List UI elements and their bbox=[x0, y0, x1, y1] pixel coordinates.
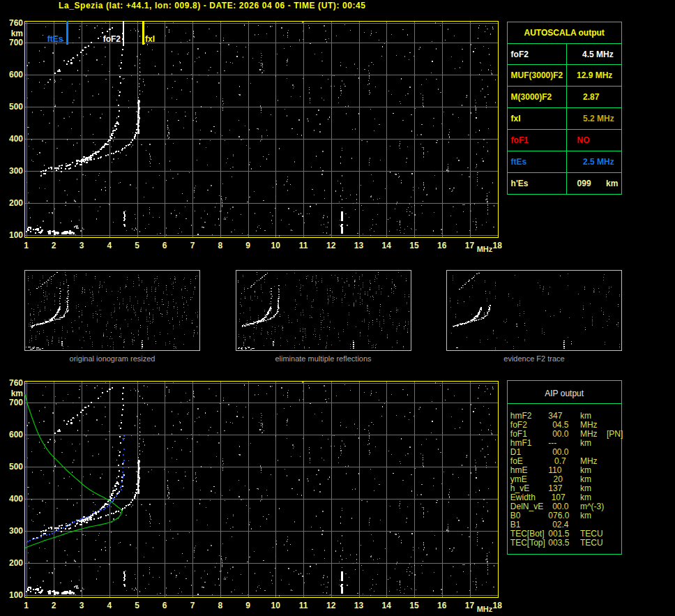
svg-text:5: 5 bbox=[135, 601, 139, 610]
svg-text:16: 16 bbox=[437, 601, 447, 610]
svg-text:11: 11 bbox=[299, 601, 308, 610]
svg-text:m^(-3): m^(-3) bbox=[580, 502, 604, 511]
svg-text:15: 15 bbox=[409, 241, 419, 250]
svg-text:300: 300 bbox=[9, 166, 23, 176]
svg-text:700: 700 bbox=[9, 398, 23, 407]
svg-text:km: km bbox=[580, 465, 591, 475]
svg-text:16: 16 bbox=[437, 241, 447, 250]
svg-text:100: 100 bbox=[9, 230, 23, 240]
svg-text:DelN_vE: DelN_vE bbox=[510, 502, 543, 511]
svg-text:17: 17 bbox=[465, 601, 475, 610]
svg-text:ymE: ymE bbox=[510, 474, 527, 484]
svg-text:foF1: foF1 bbox=[511, 135, 529, 145]
svg-text:ftEs: ftEs bbox=[47, 34, 63, 44]
svg-text:3: 3 bbox=[79, 241, 84, 250]
svg-text:400: 400 bbox=[9, 134, 23, 144]
svg-text:5: 5 bbox=[135, 241, 139, 250]
svg-text:13: 13 bbox=[354, 601, 364, 610]
svg-text:347: 347 bbox=[548, 411, 562, 421]
svg-text:h'Es: h'Es bbox=[511, 179, 529, 188]
svg-text:076.0: 076.0 bbox=[548, 511, 569, 520]
svg-text:003.5: 003.5 bbox=[548, 538, 569, 548]
svg-text:00.0: 00.0 bbox=[552, 429, 569, 439]
svg-text:km: km bbox=[11, 29, 23, 38]
svg-text:10: 10 bbox=[271, 601, 281, 610]
svg-text:2: 2 bbox=[52, 601, 56, 610]
svg-text:1: 1 bbox=[24, 601, 29, 610]
svg-text:400: 400 bbox=[9, 494, 23, 504]
svg-text:foF1: foF1 bbox=[510, 429, 527, 439]
svg-text:2.5 MHz: 2.5 MHz bbox=[583, 157, 614, 167]
svg-text:hmF2: hmF2 bbox=[510, 411, 532, 421]
svg-text:02.4: 02.4 bbox=[552, 520, 569, 529]
svg-text:foF2: foF2 bbox=[511, 50, 529, 59]
svg-text:1: 1 bbox=[24, 241, 29, 250]
svg-text:10: 10 bbox=[271, 241, 281, 250]
svg-text:h_vE: h_vE bbox=[510, 483, 529, 493]
svg-text:foF2: foF2 bbox=[103, 34, 121, 44]
svg-text:8: 8 bbox=[218, 241, 222, 250]
svg-text:9: 9 bbox=[245, 241, 250, 250]
svg-text:7: 7 bbox=[190, 601, 195, 610]
svg-text:---: --- bbox=[548, 438, 556, 448]
svg-text:ftEs: ftEs bbox=[511, 157, 527, 167]
svg-text:B1: B1 bbox=[510, 520, 521, 529]
svg-text:600: 600 bbox=[9, 430, 23, 440]
svg-text:200: 200 bbox=[9, 198, 23, 208]
svg-text:8: 8 bbox=[218, 601, 222, 610]
svg-text:760: 760 bbox=[9, 18, 23, 28]
svg-text:original ionogram resized: original ionogram resized bbox=[70, 354, 156, 363]
svg-text:TECU: TECU bbox=[580, 538, 603, 548]
svg-text:fxI: fxI bbox=[145, 34, 155, 44]
svg-text:4: 4 bbox=[107, 601, 112, 610]
svg-text:2.87: 2.87 bbox=[583, 92, 600, 102]
svg-text:110: 110 bbox=[548, 465, 561, 475]
svg-text:D1: D1 bbox=[510, 447, 522, 457]
svg-text:9: 9 bbox=[245, 601, 250, 610]
svg-text:17: 17 bbox=[465, 241, 475, 250]
svg-text:hmE: hmE bbox=[510, 465, 528, 475]
svg-text:La_Spezia (lat: +44.1, lon: 00: La_Spezia (lat: +44.1, lon: 009.8) - DAT… bbox=[59, 1, 365, 10]
svg-text:15: 15 bbox=[409, 601, 419, 610]
svg-text:0.7: 0.7 bbox=[554, 456, 566, 466]
svg-text:200: 200 bbox=[9, 558, 23, 568]
svg-text:107: 107 bbox=[552, 493, 566, 502]
svg-text:6: 6 bbox=[162, 601, 167, 610]
svg-text:099: 099 bbox=[577, 179, 591, 188]
svg-text:4.5 MHz: 4.5 MHz bbox=[582, 50, 614, 59]
svg-text:12.9 MHz: 12.9 MHz bbox=[577, 70, 612, 80]
svg-text:NO: NO bbox=[577, 135, 590, 145]
svg-text:foE: foE bbox=[510, 456, 523, 466]
svg-text:00.0: 00.0 bbox=[552, 502, 569, 511]
svg-text:700: 700 bbox=[9, 38, 23, 47]
svg-text:20: 20 bbox=[554, 474, 563, 484]
svg-text:AUTOSCALA output: AUTOSCALA output bbox=[524, 28, 605, 38]
svg-text:13: 13 bbox=[354, 241, 364, 250]
svg-text:eliminate multiple reflections: eliminate multiple reflections bbox=[275, 354, 372, 363]
svg-text:Ewidth: Ewidth bbox=[510, 493, 536, 502]
svg-text:hmF1: hmF1 bbox=[510, 438, 532, 448]
svg-text:100: 100 bbox=[9, 590, 23, 600]
svg-text:04.5: 04.5 bbox=[552, 420, 569, 430]
svg-text:300: 300 bbox=[9, 526, 23, 536]
svg-text:TECU: TECU bbox=[580, 529, 603, 539]
svg-text:MHz: MHz bbox=[477, 245, 493, 253]
svg-text:00.0: 00.0 bbox=[552, 447, 569, 457]
svg-text:foF2: foF2 bbox=[510, 420, 527, 430]
svg-text:4: 4 bbox=[107, 241, 112, 250]
svg-text:6: 6 bbox=[162, 241, 167, 250]
svg-text:km: km bbox=[580, 438, 591, 448]
svg-text:MUF(3000)F2: MUF(3000)F2 bbox=[511, 70, 563, 80]
svg-text:600: 600 bbox=[9, 70, 23, 80]
svg-text:001.5: 001.5 bbox=[548, 529, 569, 539]
svg-text:500: 500 bbox=[9, 462, 23, 472]
svg-text:km: km bbox=[580, 411, 591, 421]
svg-text:TEC[Bot]: TEC[Bot] bbox=[510, 529, 545, 539]
svg-text:km: km bbox=[606, 179, 618, 188]
svg-text:760: 760 bbox=[9, 378, 23, 388]
svg-text:14: 14 bbox=[382, 601, 392, 610]
svg-text:M(3000)F2: M(3000)F2 bbox=[511, 92, 552, 102]
svg-text:18: 18 bbox=[493, 241, 503, 250]
svg-text:14: 14 bbox=[382, 241, 392, 250]
svg-text:3: 3 bbox=[79, 601, 84, 610]
